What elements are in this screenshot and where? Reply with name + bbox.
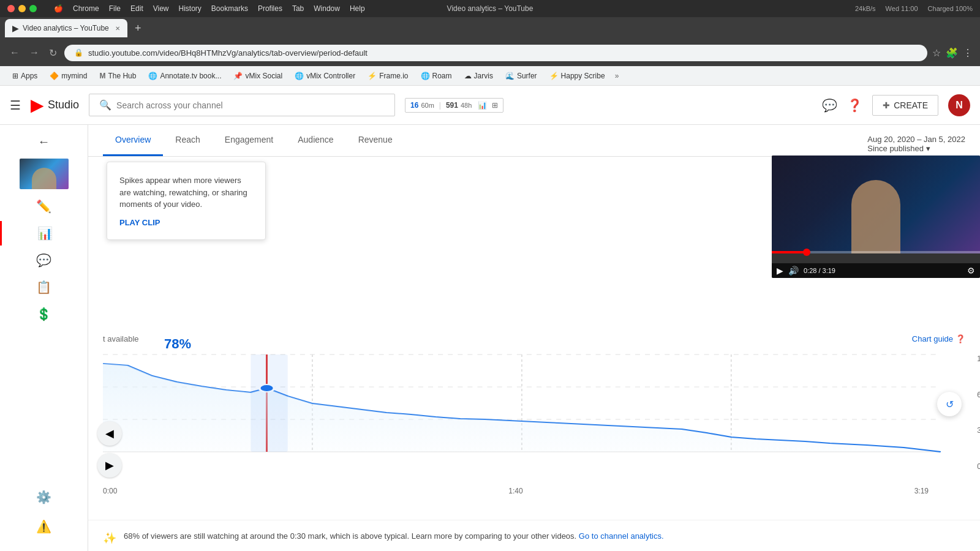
x-label-end: 3:19	[914, 487, 929, 495]
volume-icon[interactable]: 🔊	[788, 266, 799, 276]
sidebar-comments[interactable]: 💬	[0, 248, 88, 272]
surfer-bookmark[interactable]: 🌊 Surfer	[500, 70, 542, 81]
back-button[interactable]: ←	[7, 45, 22, 61]
url-text: studio.youtube.com/video/BHq8HTMhzVg/ana…	[88, 48, 368, 58]
history-menu[interactable]: History	[179, 4, 202, 13]
chart-guide-button[interactable]: Chart guide ❓	[912, 334, 965, 343]
vmix-social-bookmark[interactable]: 📌 vMix Social	[228, 70, 287, 81]
chrome-menu[interactable]: Chrome	[73, 4, 99, 13]
mymind-label: mymind	[61, 72, 87, 80]
video-thumbnail-preview[interactable]	[20, 159, 69, 189]
tab-overview[interactable]: Overview	[103, 125, 163, 156]
thehub-icon: M	[99, 72, 105, 80]
window-menu[interactable]: Window	[314, 4, 340, 13]
minimize-button[interactable]	[18, 5, 26, 12]
back-button[interactable]: ←	[33, 130, 55, 154]
file-menu[interactable]: File	[109, 4, 121, 13]
user-avatar[interactable]: N	[948, 94, 970, 116]
hamburger-menu[interactable]: ☰	[10, 98, 21, 113]
subs-period: 48h	[461, 102, 472, 109]
channel-analytics-link[interactable]: Go to channel analytics.	[579, 531, 664, 541]
view-mode-icon: ⊞	[492, 101, 498, 110]
roam-label: Roam	[432, 72, 452, 80]
apps-bookmark[interactable]: ⊞ Apps	[7, 70, 42, 81]
x-label-start: 0:00	[103, 487, 117, 495]
chart-wrapper: 78%	[103, 348, 965, 483]
sidebar-monetization[interactable]: 💲	[0, 302, 88, 326]
tab-close-button[interactable]: ✕	[115, 25, 120, 32]
youtube-studio-app: ☰ ▶ Studio 🔍 16 60m | 591 48h 📊 ⊞ 💬 ❓ ✚ …	[0, 86, 980, 551]
help-icon[interactable]: ❓	[847, 98, 862, 113]
analytics-icon: 📊	[37, 226, 53, 241]
thehub-bookmark[interactable]: M The Hub	[94, 70, 141, 81]
annotate-bookmark[interactable]: 🌐 Annotate.tv book...	[143, 70, 226, 81]
forward-button[interactable]: →	[27, 45, 42, 61]
help-menu[interactable]: Help	[350, 4, 365, 13]
surfer-icon: 🌊	[505, 72, 514, 80]
create-button[interactable]: ✚ CREATE	[872, 95, 938, 116]
frameio-bookmark[interactable]: ⚡ Frame.io	[363, 70, 413, 81]
mymind-bookmark[interactable]: 🔶 mymind	[45, 70, 92, 81]
edit-menu[interactable]: Edit	[130, 4, 143, 13]
date-range-selector[interactable]: Aug 20, 2020 – Jan 5, 2022 Since publish…	[867, 135, 965, 153]
new-tab-button[interactable]: +	[130, 22, 146, 35]
left-sidebar: ← ✏️ 📊 💬 📋 💲 ⚙️	[0, 125, 88, 551]
video-progress-bar[interactable]	[772, 251, 980, 253]
play-clip-button[interactable]: PLAY CLIP	[119, 218, 253, 227]
roam-bookmark[interactable]: 🌐 Roam	[416, 70, 457, 81]
star-icon[interactable]: ☆	[932, 47, 941, 59]
view-menu[interactable]: View	[153, 4, 169, 13]
more-options-icon[interactable]: ⋮	[963, 47, 973, 59]
more-bookmarks-icon[interactable]: »	[615, 72, 619, 80]
y-label-0: 0%	[977, 462, 980, 471]
sidebar-edit[interactable]: ✏️	[0, 194, 88, 219]
scroll-to-top-button[interactable]: ↺	[937, 392, 962, 416]
tab-engagement[interactable]: Engagement	[213, 125, 285, 156]
close-button[interactable]	[7, 5, 15, 12]
thehub-label: The Hub	[108, 72, 136, 80]
chart-x-labels: 0:00 1:40 3:19	[103, 484, 929, 495]
video-preview-player: ▶ 🔊 0:28 / 3:19 ⚙	[772, 156, 980, 278]
notifications-icon[interactable]: 💬	[822, 98, 837, 113]
active-tab[interactable]: ▶ Video analytics – YouTube ✕	[5, 19, 127, 37]
profiles-menu[interactable]: Profiles	[258, 4, 282, 13]
surfer-label: Surfer	[517, 72, 537, 80]
play-icon[interactable]: ▶	[777, 266, 783, 276]
triangle-right-icon: ▶	[105, 459, 114, 472]
vmix-controller-label: vMix Controller	[306, 72, 355, 80]
fab-prev-button[interactable]: ◀	[97, 421, 122, 446]
video-settings-icon[interactable]: ⚙	[967, 266, 975, 276]
sidebar-settings[interactable]: ⚙️	[36, 485, 51, 509]
chevron-down-icon: ▾	[926, 144, 930, 153]
network-status: 24kB/s	[855, 5, 876, 12]
bookmarks-menu[interactable]: Bookmarks	[211, 4, 248, 13]
sidebar-feedback[interactable]: ⚠️	[36, 514, 51, 539]
extensions-icon[interactable]: 🧩	[946, 47, 958, 59]
tab-menu[interactable]: Tab	[292, 4, 304, 13]
happyscribe-bookmark[interactable]: ⚡ Happy Scribe	[545, 70, 610, 81]
fab-next-button[interactable]: ▶	[97, 453, 122, 478]
url-input[interactable]: 🔒 studio.youtube.com/video/BHq8HTMhzVg/a…	[64, 45, 927, 61]
tab-favicon: ▶	[12, 23, 19, 33]
period-label: Since published ▾	[867, 144, 965, 153]
bookmarks-bar: ⊞ Apps 🔶 mymind M The Hub 🌐 Annotate.tv …	[0, 66, 980, 86]
search-icon: 🔍	[99, 99, 111, 111]
apps-icon: ⊞	[12, 72, 18, 80]
search-bar[interactable]: 🔍	[89, 94, 395, 116]
tab-bar: ▶ Video analytics – YouTube ✕ +	[0, 17, 980, 39]
vmix-controller-bookmark[interactable]: 🌐 vMix Controller	[290, 70, 360, 81]
tab-reach[interactable]: Reach	[163, 125, 212, 156]
tab-audience[interactable]: Audience	[285, 125, 345, 156]
jarvis-bookmark[interactable]: ☁ Jarvis	[459, 70, 498, 81]
sidebar-analytics[interactable]: 📊	[0, 221, 88, 246]
jarvis-label: Jarvis	[474, 72, 493, 80]
apple-menu[interactable]: 🍎	[54, 4, 63, 13]
tab-engagement-label: Engagement	[225, 135, 273, 144]
maximize-button[interactable]	[29, 5, 37, 12]
tab-revenue[interactable]: Revenue	[346, 125, 405, 156]
chart-guide-label: Chart guide	[912, 334, 953, 343]
sidebar-subtitles[interactable]: 📋	[0, 275, 88, 299]
refresh-button[interactable]: ↻	[47, 45, 59, 61]
apps-label: Apps	[21, 72, 37, 80]
search-input[interactable]	[116, 100, 385, 110]
